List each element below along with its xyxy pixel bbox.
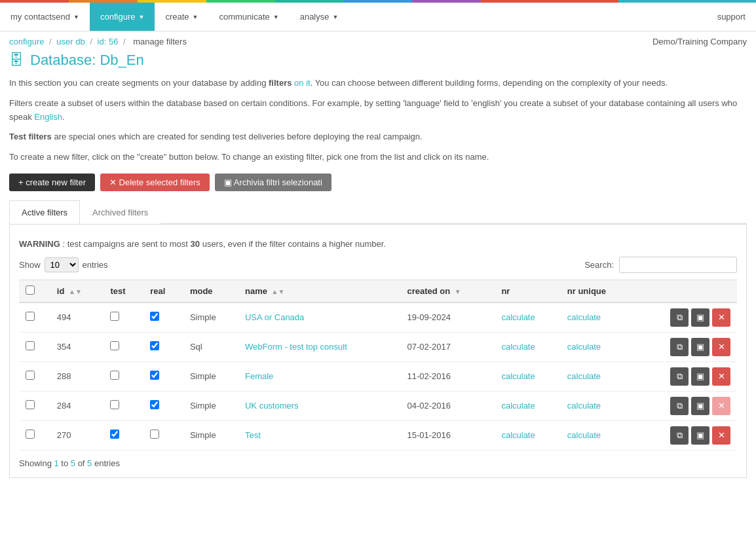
nav-arrow-create: ▼ (193, 14, 198, 20)
cell-actions-1: ⧉ ▣ ✕ (633, 332, 737, 361)
edit-button-1[interactable]: ▣ (691, 338, 709, 356)
nr-calculate-4[interactable]: calculate (501, 430, 535, 440)
cell-nrunique-1: calculate (561, 332, 634, 361)
nav-support[interactable]: support (707, 3, 756, 31)
test-checkbox-4[interactable] (110, 430, 119, 439)
delete-button-4[interactable]: ✕ (712, 426, 730, 445)
real-checkbox-0[interactable] (150, 312, 159, 321)
copy-button-4[interactable]: ⧉ (670, 426, 689, 445)
cell-real-4 (143, 420, 183, 450)
delete-button-2[interactable]: ✕ (712, 367, 730, 386)
delete-button-0[interactable]: ✕ (712, 308, 730, 327)
filter-name-link-1[interactable]: WebForm - test top consult (245, 342, 347, 352)
cell-id-2: 288 (50, 361, 104, 391)
nr-calculate-3[interactable]: calculate (501, 401, 535, 411)
nr-calculate-1[interactable]: calculate (501, 342, 535, 352)
nav-item-communicate[interactable]: communicate ▼ (208, 3, 289, 31)
th-createdon[interactable]: created on ▼ (400, 280, 495, 303)
real-checkbox-3[interactable] (150, 400, 159, 409)
cell-id-3: 284 (50, 391, 104, 420)
edit-button-3[interactable]: ▣ (691, 397, 709, 415)
row-checkbox-4[interactable] (26, 430, 35, 439)
cell-mode-4: Simple (183, 420, 238, 450)
nav-item-analyse[interactable]: analyse ▼ (290, 3, 349, 31)
cell-nr-3: calculate (495, 391, 560, 420)
copy-button-0[interactable]: ⧉ (670, 308, 689, 327)
cell-test-4 (104, 420, 143, 450)
cell-name-1: WebForm - test top consult (238, 332, 401, 361)
cell-checkbox-1 (19, 332, 50, 361)
copy-button-1[interactable]: ⧉ (670, 338, 689, 356)
row-checkbox-1[interactable] (26, 341, 35, 350)
db-title-row: 🗄 Database: Db_En (9, 52, 747, 69)
nrunique-calculate-0[interactable]: calculate (567, 312, 601, 322)
breadcrumb-id[interactable]: id: 56 (98, 37, 119, 46)
search-input[interactable] (619, 257, 737, 273)
copy-button-3[interactable]: ⧉ (670, 397, 689, 415)
search-row: Search: (584, 257, 737, 273)
test-checkbox-2[interactable] (110, 371, 119, 380)
row-checkbox-2[interactable] (26, 371, 35, 380)
cell-test-1 (104, 332, 143, 361)
row-checkbox-0[interactable] (26, 312, 35, 321)
table-body: 494 Simple USA or Canada 19-09-2024 calc… (19, 303, 737, 450)
row-checkbox-3[interactable] (26, 400, 35, 409)
delete-button-1[interactable]: ✕ (712, 338, 730, 356)
edit-button-4[interactable]: ▣ (691, 426, 709, 445)
real-checkbox-2[interactable] (150, 371, 159, 380)
cell-createdon-4: 15-01-2016 (400, 420, 495, 450)
th-name[interactable]: name ▲▼ (238, 280, 401, 303)
filter-name-link-4[interactable]: Test (245, 430, 261, 440)
entries-select[interactable]: 10 25 50 100 (45, 257, 79, 272)
action-buttons: + create new filter ✕ Delete selected fi… (9, 174, 747, 191)
edit-button-2[interactable]: ▣ (691, 367, 709, 386)
table-row: 354 Sql WebForm - test top consult 07-02… (19, 332, 737, 361)
cell-test-3 (104, 391, 143, 420)
cell-id-1: 354 (50, 332, 104, 361)
nrunique-calculate-4[interactable]: calculate (567, 430, 601, 440)
real-checkbox-1[interactable] (150, 341, 159, 350)
breadcrumb-configure[interactable]: configure (9, 37, 44, 46)
delete-selected-filters-button[interactable]: ✕ Delete selected filters (100, 174, 210, 191)
test-checkbox-0[interactable] (110, 312, 119, 321)
archive-selected-button[interactable]: ▣ Archivia filtri selezionati (215, 174, 331, 191)
th-real: real (143, 280, 183, 303)
nav-item-mycontactsend[interactable]: my contactsend ▼ (0, 3, 90, 31)
table-header: id ▲▼ test real mode name ▲▼ created on … (19, 280, 737, 303)
filter-name-link-2[interactable]: Female (245, 371, 273, 381)
edit-button-0[interactable]: ▣ (691, 308, 709, 327)
nrunique-calculate-2[interactable]: calculate (567, 371, 601, 381)
warning-text: : test campaigns are sent to most (62, 239, 190, 249)
copy-button-2[interactable]: ⧉ (670, 367, 689, 386)
description1: In this section you can create segments … (9, 77, 747, 90)
breadcrumb-current: manage filters (133, 37, 187, 46)
select-all-checkbox[interactable] (26, 285, 35, 295)
nr-calculate-0[interactable]: calculate (501, 312, 535, 322)
nrunique-calculate-3[interactable]: calculate (567, 401, 601, 411)
create-new-filter-button[interactable]: + create new filter (9, 174, 95, 191)
main-content: 🗄 Database: Db_En In this section you ca… (0, 52, 756, 487)
nr-calculate-2[interactable]: calculate (501, 371, 535, 381)
nav-item-configure[interactable]: configure ▼ (90, 3, 155, 31)
breadcrumb-userdb[interactable]: user db (56, 37, 85, 46)
test-checkbox-3[interactable] (110, 400, 119, 409)
filters-table: id ▲▼ test real mode name ▲▼ created on … (19, 280, 737, 450)
delete-button-3[interactable]: ✕ (712, 397, 730, 415)
cell-mode-3: Simple (183, 391, 238, 420)
nrunique-calculate-1[interactable]: calculate (567, 342, 601, 352)
th-id[interactable]: id ▲▼ (50, 280, 104, 303)
warning-label: WARNING (19, 239, 60, 249)
cell-actions-2: ⧉ ▣ ✕ (633, 361, 737, 391)
cell-createdon-0: 19-09-2024 (400, 303, 495, 333)
real-checkbox-4[interactable] (150, 430, 159, 439)
filter-name-link-3[interactable]: UK customers (245, 401, 299, 411)
tab-archived-filters[interactable]: Archived filters (80, 200, 161, 224)
nav-item-create[interactable]: create ▼ (155, 3, 208, 31)
cell-createdon-3: 04-02-2016 (400, 391, 495, 420)
cell-name-0: USA or Canada (238, 303, 401, 333)
test-checkbox-1[interactable] (110, 341, 119, 350)
th-mode: mode (183, 280, 238, 303)
filter-name-link-0[interactable]: USA or Canada (245, 312, 304, 322)
tab-active-filters[interactable]: Active filters (9, 200, 80, 224)
sort-icon-id: ▲▼ (69, 288, 82, 295)
